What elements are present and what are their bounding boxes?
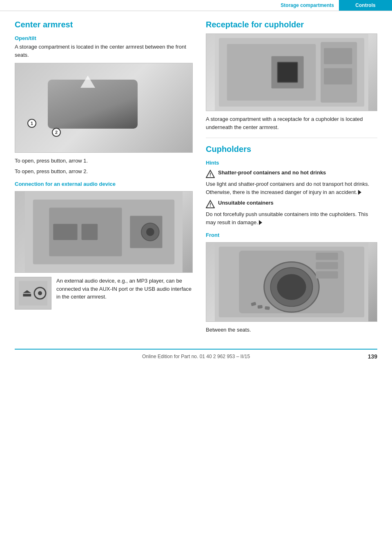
svg-rect-35 — [316, 271, 338, 279]
cupholder-svg — [206, 243, 377, 321]
page-number: 139 — [368, 353, 377, 360]
svg-rect-18 — [324, 48, 352, 65]
audio-image — [15, 191, 193, 273]
usb-aux-icon: ⏏ — [15, 277, 51, 310]
arrow2-text: To open, press button, arrow 2. — [15, 167, 193, 176]
svg-rect-32 — [265, 306, 270, 310]
center-armrest-title: Center armrest — [15, 20, 193, 29]
receptacle-heading: Receptacle for cupholder — [206, 20, 377, 29]
svg-rect-6 — [53, 224, 77, 240]
usb-aux-svg: ⏏ — [19, 281, 47, 305]
arrow1-text: To open, press button, arrow 1. — [15, 157, 193, 165]
left-column: Center armrest Open/tilt A storage compa… — [15, 20, 193, 336]
open-tilt-heading: Open/tilt — [15, 35, 193, 41]
triangle-1 — [358, 190, 361, 195]
svg-rect-16 — [277, 62, 297, 82]
receptacle-image-wrapper — [206, 33, 377, 111]
triangle-2 — [259, 220, 262, 225]
svg-rect-34 — [316, 262, 338, 270]
section-divider-1 — [206, 138, 377, 138]
svg-rect-7 — [82, 224, 98, 240]
warning1-title: Shatter-proof containers and no hot drin… — [218, 169, 326, 176]
cupholder-image — [206, 242, 377, 322]
connection-heading: Connection for an external audio device — [15, 181, 193, 187]
svg-rect-31 — [258, 305, 263, 309]
armrest-image: 1 2 — [15, 63, 193, 153]
arrow-up-shape — [80, 76, 95, 88]
warning-block-2: ! Unsuitable containers — [206, 199, 377, 209]
page-content: Center armrest Open/tilt A storage compa… — [0, 11, 392, 345]
svg-text:⏏: ⏏ — [22, 287, 32, 299]
open-tilt-text: A storage compartment is located in the … — [15, 43, 193, 59]
cupholders-title: Cupholders — [206, 145, 377, 154]
audio-svg — [15, 192, 192, 272]
icon-box: ⏏ An external audio device, e.g., an MP3… — [15, 277, 193, 310]
svg-point-29 — [277, 274, 306, 300]
number-badge-2: 2 — [52, 128, 61, 137]
svg-text:!: ! — [209, 172, 211, 178]
page-footer: Online Edition for Part no. 01 40 2 962 … — [15, 349, 377, 363]
svg-point-11 — [38, 291, 42, 295]
audio-device-text: An external audio device, e.g., an MP3 p… — [56, 277, 193, 310]
front-heading: Front — [206, 232, 377, 238]
number-badge-1: 1 — [27, 119, 36, 128]
receptacle-image — [206, 33, 377, 111]
warning1-body: Use light and shatter-proof containers a… — [206, 180, 377, 196]
header-right-label: Controls — [339, 0, 392, 11]
hints-heading: Hints — [206, 160, 377, 166]
svg-text:!: ! — [209, 202, 211, 208]
warning2-title: Unsuitable containers — [218, 199, 274, 207]
receptacle-svg — [206, 34, 377, 111]
right-column: Receptacle for cupholder A storage compa… — [206, 20, 377, 336]
receptacle-text: A storage compartment with a receptacle … — [206, 115, 377, 131]
warning-block-1: ! Shatter-proof containers and no hot dr… — [206, 169, 377, 178]
front-body: Between the seats. — [206, 326, 377, 334]
warning2-body: Do not forcefully push unsuitable contai… — [206, 210, 377, 226]
page-header: Storage compartments Controls — [0, 0, 392, 11]
svg-rect-33 — [316, 253, 338, 260]
header-left-label: Storage compartments — [0, 2, 339, 8]
svg-point-5 — [146, 228, 154, 236]
svg-rect-19 — [324, 68, 352, 85]
footer-text: Online Edition for Part no. 01 40 2 962 … — [142, 354, 250, 359]
warning-icon-1: ! — [206, 169, 215, 178]
warning-icon-2: ! — [206, 200, 215, 209]
